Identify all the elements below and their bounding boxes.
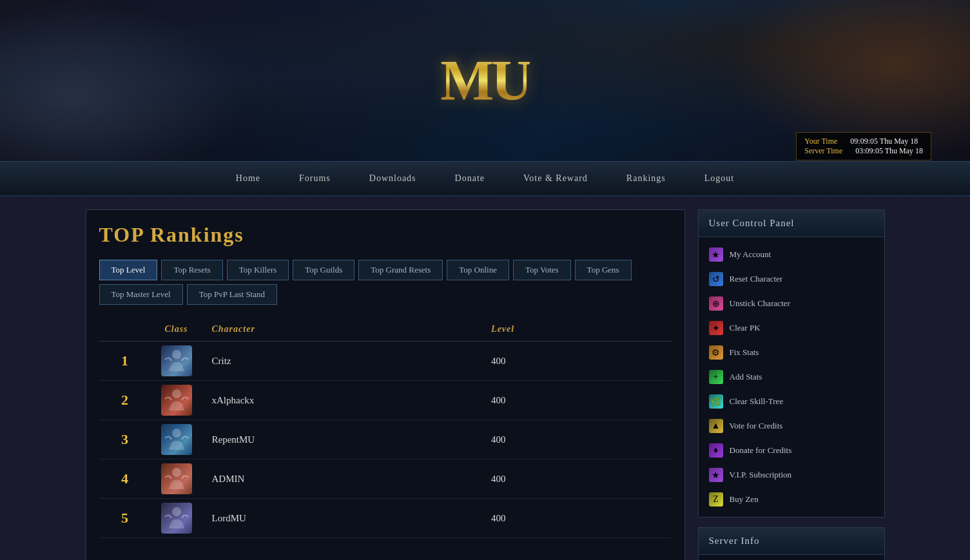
clear-skill-tree-label: Clear Skill-Tree <box>730 396 784 407</box>
tab-top-killers[interactable]: Top Killers <box>227 260 289 280</box>
tab-top-pvp-last-stand[interactable]: Top PvP Last Stand <box>187 284 277 305</box>
character-name: Critz <box>202 342 482 381</box>
add-stats-icon: + <box>709 370 723 384</box>
add-stats-label: Add Stats <box>730 372 762 382</box>
server-info-label: Total Accounts <box>699 555 839 560</box>
table-row: 1Critz400 <box>99 342 672 381</box>
table-header-row: Class Character Level <box>99 318 672 342</box>
level-header: Level <box>481 318 671 342</box>
my-account-icon: ★ <box>709 247 723 262</box>
time-display: Your Time 09:09:05 Thu May 18 Server Tim… <box>796 132 931 160</box>
class-icon <box>161 345 192 376</box>
nav-item-downloads: Downloads <box>350 162 436 195</box>
ucp-item-clear-skill-tree[interactable]: 🌿Clear Skill-Tree <box>699 389 884 414</box>
rankings-table: Class Character Level 1Critz4002xAlphack… <box>99 318 672 538</box>
nav-link-home[interactable]: Home <box>217 162 280 195</box>
server-info-title: Server Info <box>699 528 884 555</box>
rank-number: 1 <box>99 342 151 381</box>
nav-link-rankings[interactable]: Rankings <box>607 162 685 195</box>
nav-link-forums[interactable]: Forums <box>280 162 350 195</box>
ucp-item-unstick-character[interactable]: ⊕Unstick Character <box>699 291 884 316</box>
class-cell <box>151 459 202 499</box>
nav-link-donate[interactable]: Donate <box>436 162 504 195</box>
ucp-items: ★My Account↺Reset Character⊕Unstick Char… <box>699 237 884 517</box>
ucp-item-reset-character[interactable]: ↺Reset Character <box>699 267 884 291</box>
server-info-panel: Server Info Total Accounts3Total Charact… <box>698 527 885 560</box>
class-icon <box>161 463 192 494</box>
vip-subscription-icon: ★ <box>709 468 723 482</box>
rank-number: 5 <box>99 499 151 538</box>
character-level: 400 <box>481 499 671 538</box>
nav-link-downloads[interactable]: Downloads <box>350 162 436 195</box>
rankings-tabs: Top LevelTop ResetsTop KillersTop Guilds… <box>99 260 672 305</box>
rank-number: 2 <box>99 381 151 420</box>
ucp-item-fix-stats[interactable]: ⚙Fix Stats <box>699 340 884 365</box>
ucp-item-my-account[interactable]: ★My Account <box>699 242 884 267</box>
right-panel: User Control Panel ★My Account↺Reset Cha… <box>698 209 885 560</box>
vote-for-credits-label: Vote for Credits <box>730 421 783 431</box>
class-cell <box>151 499 202 538</box>
server-info-table: Total Accounts3Total Characters <box>699 555 884 560</box>
character-level: 400 <box>481 381 671 420</box>
tab-top-level[interactable]: Top Level <box>99 260 158 280</box>
class-cell <box>151 381 202 420</box>
reset-character-icon: ↺ <box>709 272 723 286</box>
tab-top-online[interactable]: Top Online <box>447 260 509 280</box>
character-header: Character <box>202 318 482 342</box>
character-name: xAlphackx <box>202 381 482 420</box>
table-row: 4ADMIN400 <box>99 459 672 499</box>
donate-for-credits-icon: ♦ <box>709 443 723 458</box>
tab-top-gens[interactable]: Top Gens <box>575 260 632 280</box>
class-header: Class <box>151 318 202 342</box>
server-info-row: Total Accounts3 <box>699 555 884 560</box>
ucp-item-buy-zen[interactable]: ZBuy Zen <box>699 487 884 512</box>
class-icon <box>161 503 192 534</box>
class-icon <box>161 385 192 416</box>
site-logo: MU <box>440 52 530 109</box>
reset-character-label: Reset Character <box>730 274 783 284</box>
ship-left-decoration <box>0 0 245 161</box>
clear-pk-icon: ✦ <box>709 321 723 335</box>
ucp-title: User Control Panel <box>699 210 884 237</box>
my-account-label: My Account <box>730 249 771 260</box>
buy-zen-label: Buy Zen <box>730 494 759 505</box>
nav-item-rankings: Rankings <box>607 162 685 195</box>
character-level: 400 <box>481 342 671 381</box>
class-icon <box>161 424 192 455</box>
character-name: ADMIN <box>202 459 482 499</box>
buy-zen-icon: Z <box>709 492 723 507</box>
svg-point-2 <box>172 429 181 438</box>
fix-stats-label: Fix Stats <box>730 347 759 358</box>
ucp-item-add-stats[interactable]: +Add Stats <box>699 365 884 389</box>
rankings-title: TOP Rankings <box>99 223 672 247</box>
clear-skill-tree-icon: 🌿 <box>709 394 723 409</box>
user-control-panel: User Control Panel ★My Account↺Reset Cha… <box>698 209 885 517</box>
nav-link-logout[interactable]: Logout <box>685 162 753 195</box>
your-time-label: Your Time <box>804 137 837 146</box>
character-level: 400 <box>481 420 671 459</box>
nav-item-home: Home <box>217 162 280 195</box>
character-level: 400 <box>481 459 671 499</box>
table-row: 2xAlphackx400 <box>99 381 672 420</box>
main-content: TOP Rankings Top LevelTop ResetsTop Kill… <box>73 209 898 560</box>
nav-link-vote---reward[interactable]: Vote & Reward <box>504 162 607 195</box>
ucp-item-vip-subscription[interactable]: ★V.I.P. Subscription <box>699 463 884 487</box>
tab-top-guilds[interactable]: Top Guilds <box>293 260 354 280</box>
main-navigation: HomeForumsDownloadsDonateVote & RewardRa… <box>0 161 970 197</box>
table-row: 3RepentMU400 <box>99 420 672 459</box>
ucp-item-clear-pk[interactable]: ✦Clear PK <box>699 316 884 340</box>
your-time-value: 09:09:05 Thu May 18 <box>850 137 918 146</box>
tab-top-grand-resets[interactable]: Top Grand Resets <box>358 260 443 280</box>
tab-top-votes[interactable]: Top Votes <box>513 260 571 280</box>
server-time-label: Server Time <box>804 146 842 156</box>
tab-top-resets[interactable]: Top Resets <box>161 260 222 280</box>
class-cell <box>151 420 202 459</box>
tab-top-master-level[interactable]: Top Master Level <box>99 284 183 305</box>
rank-number: 4 <box>99 459 151 499</box>
vip-subscription-label: V.I.P. Subscription <box>730 470 792 480</box>
nav-item-logout: Logout <box>685 162 753 195</box>
rank-header <box>99 318 151 342</box>
ucp-item-vote-for-credits[interactable]: ▲Vote for Credits <box>699 414 884 438</box>
svg-point-1 <box>172 389 181 398</box>
ucp-item-donate-for-credits[interactable]: ♦Donate for Credits <box>699 438 884 463</box>
